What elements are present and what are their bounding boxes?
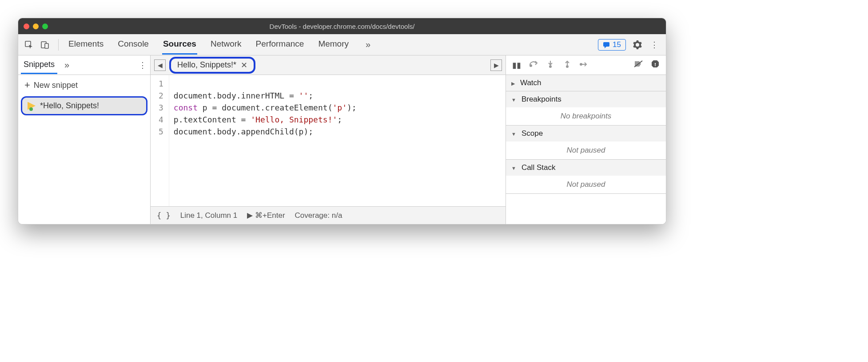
device-toggle-icon[interactable]	[38, 38, 52, 52]
message-count-value: 15	[613, 40, 621, 49]
tab-sources[interactable]: Sources	[162, 35, 197, 55]
svg-point-5	[549, 66, 551, 67]
titlebar: DevTools - developer.chrome.com/docs/dev…	[18, 18, 666, 34]
tab-console[interactable]: Console	[117, 35, 150, 55]
devtools-window: DevTools - developer.chrome.com/docs/dev…	[18, 18, 666, 224]
navigator-tabs: Snippets » ⋮	[18, 55, 150, 75]
step-icon[interactable]	[579, 60, 589, 70]
svg-point-7	[580, 63, 582, 65]
svg-rect-3	[603, 42, 609, 47]
svg-rect-10	[655, 65, 656, 66]
callstack-header[interactable]: Call Stack	[506, 160, 666, 176]
settings-icon[interactable]	[632, 40, 643, 49]
callstack-label: Call Stack	[522, 163, 556, 172]
coverage-status: Coverage: n/a	[295, 211, 342, 220]
callstack-section: Call Stack Not paused	[506, 160, 666, 194]
breakpoints-header[interactable]: Breakpoints	[506, 91, 666, 107]
breakpoints-label: Breakpoints	[522, 95, 561, 104]
code-editor[interactable]: 12345 document.body.innerHTML = ''; cons…	[151, 75, 506, 206]
tab-network[interactable]: Network	[210, 35, 243, 55]
snippet-list-item[interactable]: *Hello, Snippets!	[21, 96, 147, 115]
maximize-window-icon[interactable]	[42, 24, 48, 29]
navigator-options-icon[interactable]: ⋮	[138, 60, 147, 70]
inspect-element-icon[interactable]	[22, 38, 36, 52]
svg-rect-9	[655, 63, 656, 65]
sources-panels: Snippets » ⋮ + New snippet *Hello, Snipp…	[18, 55, 666, 224]
navigator-more-icon[interactable]: »	[62, 60, 133, 70]
pretty-print-icon[interactable]: { }	[157, 211, 171, 220]
cursor-position: Line 1, Column 1	[180, 211, 238, 220]
new-snippet-button[interactable]: + New snippet	[18, 75, 150, 95]
close-tab-icon[interactable]: ✕	[241, 60, 247, 70]
editor-statusbar: { } Line 1, Column 1 ▶ ⌘+Enter Coverage:…	[151, 206, 506, 224]
minimize-window-icon[interactable]	[33, 24, 39, 29]
step-out-icon[interactable]	[562, 60, 573, 70]
step-over-icon[interactable]	[528, 60, 539, 70]
step-into-icon[interactable]	[545, 60, 556, 70]
tab-elements[interactable]: Elements	[68, 35, 104, 55]
deactivate-breakpoints-icon[interactable]	[633, 60, 644, 70]
navigator-pane: Snippets » ⋮ + New snippet *Hello, Snipp…	[18, 55, 151, 224]
close-window-icon[interactable]	[24, 24, 29, 29]
modified-indicator-icon	[29, 107, 33, 111]
panel-tabs: Elements Console Sources Network Perform…	[68, 35, 598, 55]
watch-label: Watch	[520, 79, 542, 87]
file-tab-label: Hello, Snippets!*	[177, 60, 236, 70]
debugger-toolbar: ▮▮	[506, 55, 666, 75]
watch-section: Watch	[506, 75, 666, 91]
open-file-tab[interactable]: Hello, Snippets!* ✕	[169, 57, 255, 74]
scope-header[interactable]: Scope	[506, 126, 666, 142]
separator	[58, 39, 59, 51]
editor-pane: ◀ Hello, Snippets!* ✕ ▶ 12345 document.b…	[151, 55, 506, 224]
toolbar-right: 15 ⋮	[598, 39, 662, 51]
new-snippet-label: New snippet	[34, 81, 78, 90]
editor-tabbar: ◀ Hello, Snippets!* ✕ ▶	[151, 55, 506, 75]
scope-section: Scope Not paused	[506, 126, 666, 160]
window-title: DevTools - developer.chrome.com/docs/dev…	[18, 23, 666, 30]
breakpoints-section: Breakpoints No breakpoints	[506, 91, 666, 126]
main-toolbar: Elements Console Sources Network Perform…	[18, 34, 666, 55]
snippet-name: *Hello, Snippets!	[40, 101, 99, 110]
console-message-count[interactable]: 15	[598, 39, 626, 51]
svg-point-6	[566, 66, 568, 67]
line-gutter: 12345	[151, 75, 169, 206]
traffic-lights	[24, 24, 48, 29]
more-options-icon[interactable]: ⋮	[649, 40, 660, 50]
svg-point-4	[530, 65, 532, 67]
scope-body: Not paused	[506, 142, 666, 159]
pause-on-exceptions-icon[interactable]	[650, 60, 661, 70]
pause-icon[interactable]: ▮▮	[511, 60, 522, 70]
scope-label: Scope	[522, 129, 543, 138]
run-snippet-button[interactable]: ▶ ⌘+Enter	[247, 211, 285, 220]
toggle-debugger-icon[interactable]: ▶	[490, 59, 502, 71]
watch-header[interactable]: Watch	[506, 75, 666, 91]
callstack-body: Not paused	[506, 176, 666, 193]
debugger-pane: ▮▮	[506, 55, 666, 224]
tab-memory[interactable]: Memory	[317, 35, 350, 55]
plus-icon: +	[24, 79, 30, 91]
navigator-tab-snippets[interactable]: Snippets	[21, 56, 57, 74]
more-tabs-icon[interactable]: »	[362, 39, 374, 50]
code-content[interactable]: document.body.innerHTML = ''; const p = …	[169, 75, 361, 206]
breakpoints-body: No breakpoints	[506, 107, 666, 125]
svg-rect-2	[45, 43, 48, 48]
toggle-navigator-icon[interactable]: ◀	[154, 59, 166, 71]
tab-performance[interactable]: Performance	[255, 35, 305, 55]
